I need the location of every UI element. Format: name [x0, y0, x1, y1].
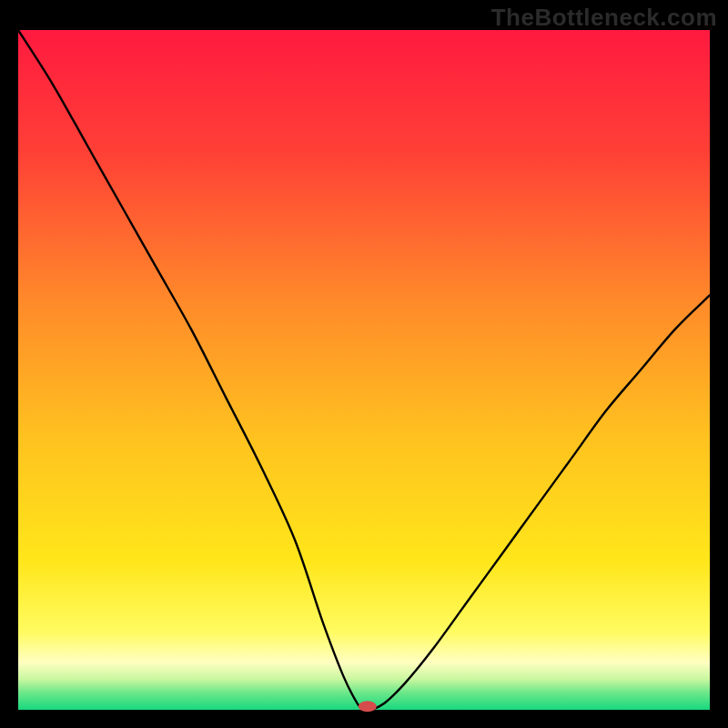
chart-gradient-background	[18, 30, 710, 710]
chart-frame: TheBottleneck.com	[0, 0, 728, 728]
optimum-marker	[359, 701, 377, 712]
bottleneck-chart	[0, 0, 728, 728]
